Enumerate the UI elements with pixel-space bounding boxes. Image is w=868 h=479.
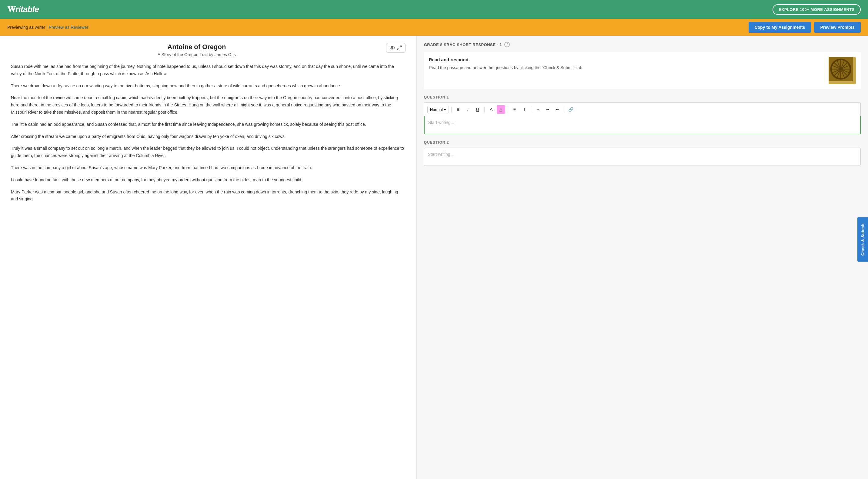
question-1-editor[interactable]: Start writing...	[424, 116, 861, 134]
question-2-section: QUESTION 2 Start writing...	[424, 140, 861, 166]
passage-paragraph-7: There was in the company a girl of about…	[11, 164, 405, 172]
link-button[interactable]: 🔗	[567, 105, 575, 114]
question-1-section: QUESTION 1 Normal ▾ B I U A A ≡ ⁝ ↔ ⇥ ⇤	[424, 95, 861, 134]
question-2-placeholder: Start writing...	[428, 152, 454, 157]
svg-point-1	[391, 47, 393, 49]
banner-action-buttons: Copy to My Assignments Preview Prompts	[749, 22, 861, 33]
toolbar-divider-5	[564, 107, 564, 113]
toolbar-divider-4	[531, 107, 531, 113]
unordered-list-button[interactable]: ⁝	[520, 105, 529, 114]
passage-paragraph-4: The little cabin had an odd appearance, …	[11, 121, 405, 128]
reading-passage-panel: Antoine of Oregon A Story of the Oregon …	[0, 36, 417, 479]
passage-paragraph-8: I could have found no fault with these n…	[11, 176, 405, 184]
svg-line-2	[400, 46, 401, 47]
app-header: 𝐖ritable EXPLORE 100+ MORE ASSIGNMENTS	[0, 0, 868, 19]
check-and-submit-tab[interactable]: Check & Submit	[858, 217, 868, 262]
passage-body: Susan rode with me, as she had from the …	[11, 63, 405, 203]
assignment-instruction-text: Read the passage and answer the question…	[429, 65, 824, 71]
svg-point-0	[390, 47, 394, 50]
passage-view-controls	[386, 43, 405, 53]
preview-prompts-button[interactable]: Preview Prompts	[814, 22, 861, 33]
format-select[interactable]: Normal ▾	[427, 106, 449, 113]
assignment-image	[829, 57, 856, 84]
svg-line-3	[397, 49, 399, 50]
outdent-button[interactable]: ⇤	[553, 105, 562, 114]
expand-icon[interactable]	[397, 45, 402, 51]
passage-paragraph-3: Near the mouth of the ravine we came upo…	[11, 94, 405, 116]
passage-subtitle: A Story of the Oregon Trail by James Oti…	[11, 52, 382, 57]
app-logo: 𝐖ritable	[7, 4, 39, 14]
main-content: Antoine of Oregon A Story of the Oregon …	[0, 36, 868, 479]
italic-button[interactable]: I	[464, 105, 472, 114]
question-1-toolbar: Normal ▾ B I U A A ≡ ⁝ ↔ ⇥ ⇤ 🔗	[424, 102, 861, 116]
highlight-button[interactable]: A	[497, 105, 505, 114]
assignment-text-area: Read and respond. Read the passage and a…	[429, 57, 824, 71]
passage-paragraph-6: Truly it was a small company to set out …	[11, 145, 405, 159]
passage-title: Antoine of Oregon	[11, 43, 382, 51]
question-1-label: QUESTION 1	[424, 95, 861, 99]
eye-icon[interactable]	[390, 45, 395, 51]
preview-status: Previewing as writer | Preview as Review…	[7, 25, 88, 30]
underline-button[interactable]: U	[473, 105, 482, 114]
previewing-as-writer-text: Previewing as writer	[7, 25, 45, 30]
ordered-list-button[interactable]: ≡	[510, 105, 519, 114]
info-icon[interactable]: i	[504, 42, 510, 47]
preview-banner: Previewing as writer | Preview as Review…	[0, 19, 868, 36]
toolbar-divider-1	[451, 107, 452, 113]
font-color-button[interactable]: A	[487, 105, 496, 114]
align-left-button[interactable]: ↔	[534, 105, 542, 114]
question-1-placeholder: Start writing...	[428, 120, 454, 125]
passage-paragraph-9: Mary Parker was a companionable girl, an…	[11, 188, 405, 203]
format-label: Normal	[430, 107, 443, 112]
grade-label-text: GRADE 8 SBAC SHORT RESPONSE - 1	[424, 42, 502, 47]
wagon-wheel-image	[829, 57, 853, 81]
passage-paragraph-1: Susan rode with me, as she had from the …	[11, 63, 405, 78]
read-and-respond-label: Read and respond.	[429, 57, 824, 62]
preview-as-reviewer-link[interactable]: Preview as Reviewer	[49, 25, 89, 30]
bold-button[interactable]: B	[454, 105, 463, 114]
toolbar-divider-2	[484, 107, 485, 113]
passage-paragraph-5: After crossing the stream we came upon a…	[11, 133, 405, 140]
question-2-label: QUESTION 2	[424, 140, 861, 145]
questions-panel: GRADE 8 SBAC SHORT RESPONSE - 1 i Read a…	[417, 36, 868, 479]
indent-button[interactable]: ⇥	[544, 105, 552, 114]
explore-assignments-button[interactable]: EXPLORE 100+ MORE ASSIGNMENTS	[773, 4, 861, 15]
passage-paragraph-2: There we drove down a dry ravine on our …	[11, 83, 405, 90]
assignment-card: Read and respond. Read the passage and a…	[424, 52, 861, 89]
copy-to-my-assignments-button[interactable]: Copy to My Assignments	[749, 22, 811, 33]
question-2-editor[interactable]: Start writing...	[424, 148, 861, 166]
grade-label-row: GRADE 8 SBAC SHORT RESPONSE - 1 i	[424, 42, 861, 47]
separator: |	[46, 25, 49, 30]
chevron-down-icon: ▾	[444, 107, 446, 112]
